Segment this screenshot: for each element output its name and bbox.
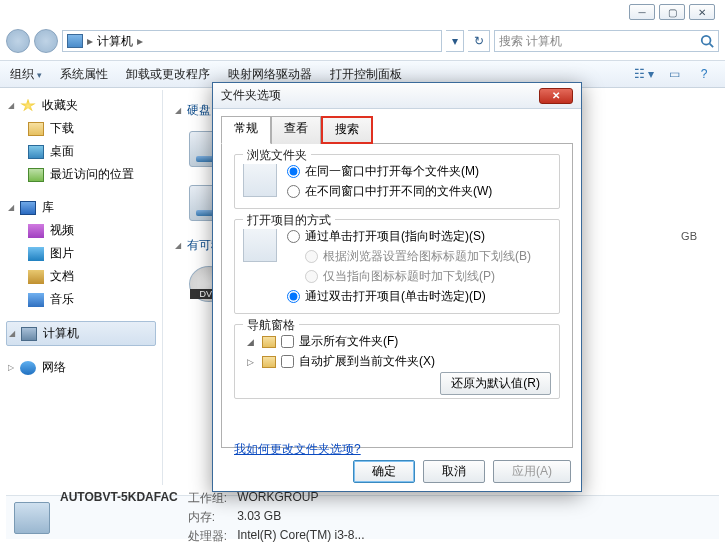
dialog-titlebar[interactable]: 文件夹选项 ✕ xyxy=(213,83,581,109)
recent-node[interactable]: 最近访问的位置 xyxy=(6,163,156,186)
downloads-icon xyxy=(28,122,44,136)
radio-underline-browser: 根据浏览器设置给图标标题加下划线(B) xyxy=(287,248,531,265)
pictures-node[interactable]: 图片 xyxy=(6,242,156,265)
computer-large-icon xyxy=(14,502,50,534)
system-properties-button[interactable]: 系统属性 xyxy=(60,66,108,83)
organize-menu[interactable]: 组织 xyxy=(10,66,42,83)
cancel-button[interactable]: 取消 xyxy=(423,460,485,483)
documents-node[interactable]: 文档 xyxy=(6,265,156,288)
option-label: 自动扩展到当前文件夹(X) xyxy=(299,353,435,370)
radio-same-window[interactable]: 在同一窗口中打开每个文件夹(M) xyxy=(287,163,492,180)
back-button[interactable] xyxy=(6,29,30,53)
click-behavior-group: 打开项目的方式 通过单击打开项目(指向时选定)(S) 根据浏览器设置给图标标题加… xyxy=(234,219,560,314)
option-label: 在不同窗口中打开不同的文件夹(W) xyxy=(305,183,492,200)
nav-label: 图片 xyxy=(50,245,74,262)
details-pane: AUTOBVT-5KDAFAC 工作组: WORKGROUP 内存: 3.03 … xyxy=(6,495,719,539)
browse-folders-icon xyxy=(243,163,277,197)
option-label: 通过双击打开项目(单击时选定)(D) xyxy=(305,288,486,305)
folder-options-dialog: 文件夹选项 ✕ 常规 查看 搜索 浏览文件夹 在同一窗口中打开每个文件夹(M) … xyxy=(212,82,582,492)
navigation-pane-group: 导航窗格 ◢显示所有文件夹(F) ▷自动扩展到当前文件夹(X) 还原为默认值(R… xyxy=(234,324,560,399)
dialog-close-button[interactable]: ✕ xyxy=(539,88,573,104)
restore-defaults-button[interactable]: 还原为默认值(R) xyxy=(440,372,551,395)
window-maximize-button[interactable]: ▢ xyxy=(659,4,685,20)
radio-new-window[interactable]: 在不同窗口中打开不同的文件夹(W) xyxy=(287,183,492,200)
option-label: 仅当指向图标标题时加下划线(P) xyxy=(323,268,495,285)
address-bar-row: ▸ 计算机 ▸ ▾ ↻ 搜索 计算机 xyxy=(6,26,719,56)
forward-button[interactable] xyxy=(34,29,58,53)
window-close-button[interactable]: ✕ xyxy=(689,4,715,20)
videos-icon xyxy=(28,224,44,238)
pictures-icon xyxy=(28,247,44,261)
search-placeholder: 搜索 计算机 xyxy=(499,33,562,50)
computer-node[interactable]: 计算机 xyxy=(6,321,156,346)
map-network-drive-button[interactable]: 映射网络驱动器 xyxy=(228,66,312,83)
history-dropdown-button[interactable]: ▾ xyxy=(446,30,464,52)
option-label: 通过单击打开项目(指向时选定)(S) xyxy=(305,228,485,245)
help-link[interactable]: 我如何更改文件夹选项? xyxy=(234,441,361,458)
radio-underline-point: 仅当指向图标标题时加下划线(P) xyxy=(287,268,531,285)
music-node[interactable]: 音乐 xyxy=(6,288,156,311)
dialog-tabs: 常规 查看 搜索 xyxy=(221,115,573,144)
nav-label: 桌面 xyxy=(50,143,74,160)
libraries-node[interactable]: 库 xyxy=(6,196,156,219)
checkbox-auto-expand[interactable]: ▷自动扩展到当前文件夹(X) xyxy=(247,353,551,370)
group-legend: 导航窗格 xyxy=(243,317,299,334)
checkbox-show-all-folders[interactable]: ◢显示所有文件夹(F) xyxy=(247,333,551,350)
computer-name: AUTOBVT-5KDAFAC xyxy=(60,490,178,507)
ok-button[interactable]: 确定 xyxy=(353,460,415,483)
tab-view[interactable]: 查看 xyxy=(271,116,321,144)
memory-label: 内存: xyxy=(188,509,227,526)
nav-label: 视频 xyxy=(50,222,74,239)
refresh-button[interactable]: ↻ xyxy=(468,30,490,52)
breadcrumb-sep-icon: ▸ xyxy=(87,34,93,48)
preview-pane-button[interactable]: ▭ xyxy=(663,65,685,83)
tab-search[interactable]: 搜索 xyxy=(321,116,373,144)
computer-icon xyxy=(67,34,83,48)
network-label: 网络 xyxy=(42,359,66,376)
workgroup-label: 工作组: xyxy=(188,490,227,507)
group-legend: 浏览文件夹 xyxy=(243,147,311,164)
radio-single-click[interactable]: 通过单击打开项目(指向时选定)(S) xyxy=(287,228,531,245)
desktop-icon xyxy=(28,145,44,159)
view-mode-button[interactable]: ☷ ▾ xyxy=(633,65,655,83)
downloads-node[interactable]: 下载 xyxy=(6,117,156,140)
computer-icon xyxy=(21,327,37,341)
computer-label: 计算机 xyxy=(43,325,79,342)
size-suffix: GB xyxy=(681,230,697,242)
tab-general-content: 浏览文件夹 在同一窗口中打开每个文件夹(M) 在不同窗口中打开不同的文件夹(W)… xyxy=(221,144,573,448)
option-label: 根据浏览器设置给图标标题加下划线(B) xyxy=(323,248,531,265)
nav-label: 音乐 xyxy=(50,291,74,308)
search-icon xyxy=(700,34,714,48)
apply-button[interactable]: 应用(A) xyxy=(493,460,571,483)
nav-label: 文档 xyxy=(50,268,74,285)
radio-double-click[interactable]: 通过双击打开项目(单击时选定)(D) xyxy=(287,288,531,305)
videos-node[interactable]: 视频 xyxy=(6,219,156,242)
window-minimize-button[interactable]: ─ xyxy=(629,4,655,20)
dialog-title: 文件夹选项 xyxy=(221,87,539,104)
libraries-icon xyxy=(20,201,36,215)
uninstall-programs-button[interactable]: 卸载或更改程序 xyxy=(126,66,210,83)
breadcrumb-item[interactable]: 计算机 xyxy=(97,33,133,50)
tree-expand-icon[interactable]: ▷ xyxy=(247,357,257,367)
nav-label: 下载 xyxy=(50,120,74,137)
tab-general[interactable]: 常规 xyxy=(221,116,271,144)
svg-point-0 xyxy=(702,36,711,45)
open-control-panel-button[interactable]: 打开控制面板 xyxy=(330,66,402,83)
favorites-label: 收藏夹 xyxy=(42,97,78,114)
tree-collapse-icon[interactable]: ◢ xyxy=(247,337,257,347)
network-node[interactable]: 网络 xyxy=(6,356,156,379)
help-button[interactable]: ? xyxy=(693,65,715,83)
folder-icon xyxy=(262,356,276,368)
breadcrumb[interactable]: ▸ 计算机 ▸ xyxy=(62,30,442,52)
favorites-node[interactable]: 收藏夹 xyxy=(6,94,156,117)
search-input[interactable]: 搜索 计算机 xyxy=(494,30,719,52)
memory-value: 3.03 GB xyxy=(237,509,364,526)
group-legend: 打开项目的方式 xyxy=(243,212,335,229)
svg-line-1 xyxy=(710,44,714,48)
navigation-pane: 收藏夹 下载 桌面 最近访问的位置 库 视频 图片 文档 音乐 计算机 网络 xyxy=(6,90,156,485)
option-label: 显示所有文件夹(F) xyxy=(299,333,398,350)
folder-icon xyxy=(262,336,276,348)
desktop-node[interactable]: 桌面 xyxy=(6,140,156,163)
cpu-value: Intel(R) Core(TM) i3-8... xyxy=(237,528,364,545)
browse-folders-group: 浏览文件夹 在同一窗口中打开每个文件夹(M) 在不同窗口中打开不同的文件夹(W) xyxy=(234,154,560,209)
